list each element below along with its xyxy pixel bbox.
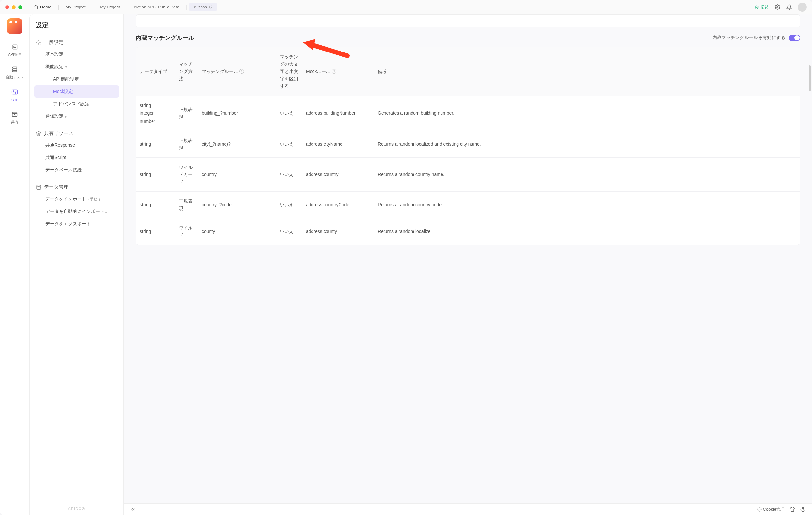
home-icon <box>33 5 38 9</box>
section-header-general[interactable]: 一般設定 <box>34 37 119 48</box>
titlebar: Home | My Project | My Project | Notion … <box>0 0 812 15</box>
table-row: string正規表現city(_?name)?いいえaddress.cityNa… <box>136 131 800 158</box>
section-title: 内蔵マッチングルール <box>136 34 194 42</box>
nav-import-data[interactable]: データをインポート (手動イ... <box>34 193 119 205</box>
cell-case-sensitive: いいえ <box>276 192 302 218</box>
nav-notification-settings[interactable]: 通知設定 ▸ <box>34 110 119 122</box>
cell-datatype: string <box>136 158 175 191</box>
nav-common-script[interactable]: 共通Script <box>34 151 119 164</box>
nav-auto-import-data[interactable]: データを自動的にインポート... <box>34 205 119 218</box>
section-header-data[interactable]: データ管理 <box>34 181 119 193</box>
nav-feature-settings[interactable]: 機能設定 ▾ <box>34 61 119 73</box>
close-tab-icon[interactable]: ✕ <box>194 5 197 9</box>
section-header-shared[interactable]: 共有リソース <box>34 128 119 139</box>
tab-home[interactable]: Home <box>29 3 56 11</box>
header-match-method: マッチング方法 <box>175 47 198 95</box>
svg-rect-5 <box>13 71 17 72</box>
table-header-row: データタイプ マッチング方法 マッチングルール? マッチングの大文字と小文字を区… <box>136 47 800 96</box>
collapse-sidebar-icon[interactable] <box>130 507 136 512</box>
nav-label: データをインポート <box>45 196 86 202</box>
cell-case-sensitive: いいえ <box>276 96 302 131</box>
close-window-button[interactable] <box>5 5 9 9</box>
settings-gear-button[interactable] <box>774 4 781 10</box>
rail-share[interactable]: 共有 <box>0 109 29 126</box>
section-label: 共有リソース <box>44 131 73 137</box>
nav-basic-settings[interactable]: 基本設定 <box>34 48 119 61</box>
cell-case-sensitive: いいえ <box>276 219 302 245</box>
user-plus-icon <box>755 5 759 9</box>
sidebar-section-shared: 共有リソース 共通Response 共通Script データベース接続 <box>34 128 119 176</box>
svg-rect-3 <box>13 67 17 68</box>
help-icon[interactable]: ? <box>332 69 336 74</box>
cell-match-method: 正規表現 <box>175 96 198 131</box>
rail-autotest[interactable]: 自動テスト <box>0 63 29 82</box>
rail-label: 共有 <box>11 120 18 124</box>
nav-label: 共通Script <box>45 155 66 161</box>
cell-datatype: string <box>136 219 175 245</box>
tab-label: Notion API - Public Beta <box>134 5 179 9</box>
section-label: データ管理 <box>44 184 68 190</box>
nav-label: アドバンスド設定 <box>53 101 90 107</box>
notifications-button[interactable] <box>786 4 792 10</box>
svg-point-0 <box>756 5 757 7</box>
nav-label: 共通Response <box>45 142 75 148</box>
svg-point-12 <box>37 185 41 187</box>
share-icon <box>11 111 19 118</box>
tab-project-1[interactable]: My Project <box>61 3 90 11</box>
nav-export-data[interactable]: データをエクスポート <box>34 218 119 230</box>
nav-label: データをエクスポート <box>45 221 91 227</box>
rail-settings[interactable]: 設定 <box>0 86 29 104</box>
cell-mock-rule: address.countryCode <box>302 192 374 218</box>
invite-button[interactable]: 招待 <box>755 4 769 10</box>
header-match-rule: マッチングルール? <box>198 47 276 95</box>
tab-ssss[interactable]: ✕ ssss <box>189 3 217 11</box>
window-controls <box>5 5 22 9</box>
tab-notion-api[interactable]: Notion API - Public Beta <box>129 3 184 11</box>
cell-datatype: string <box>136 131 175 158</box>
enable-rules-toggle-row: 内蔵マッチングルールを有効にする <box>712 34 800 41</box>
svg-marker-11 <box>36 131 41 134</box>
nav-label: 基本設定 <box>45 52 63 57</box>
help-circle-icon[interactable] <box>800 507 806 512</box>
nav-label: データベース接続 <box>45 167 82 173</box>
cell-match-method: ワイルド <box>175 219 198 245</box>
rail-api[interactable]: API管理 <box>0 41 29 59</box>
svg-point-1 <box>777 6 778 8</box>
bottom-bar: Cookie管理 <box>124 503 812 515</box>
header-case-sensitive: マッチングの大文字と小文字を区別する <box>276 47 302 95</box>
nav-api-feature-settings[interactable]: API機能設定 <box>34 73 119 85</box>
shirt-icon[interactable] <box>790 507 795 512</box>
svg-point-17 <box>759 510 760 510</box>
database-icon <box>36 185 41 190</box>
cell-match-method: 正規表現 <box>175 192 198 218</box>
header-mock-rule: Mockルール? <box>302 47 374 95</box>
tab-project-2[interactable]: My Project <box>95 3 124 11</box>
help-icon[interactable]: ? <box>239 69 244 74</box>
rules-section-header: 内蔵マッチングルール 内蔵マッチングルールを有効にする <box>124 34 812 42</box>
cell-match-rule: country <box>198 158 276 191</box>
cell-match-method: ワイルドカード <box>175 158 198 191</box>
cell-case-sensitive: いいえ <box>276 158 302 191</box>
cookie-management-link[interactable]: Cookie管理 <box>757 507 785 512</box>
main-content: 内蔵マッチングルール 内蔵マッチングルールを有効にする データタイプ <box>124 15 812 515</box>
minimize-window-button[interactable] <box>12 5 16 9</box>
table-row: stringワイルドcountyいいえaddress.countyReturns… <box>136 219 800 245</box>
nav-label: 機能設定 <box>45 64 63 70</box>
scrollbar[interactable] <box>809 65 811 91</box>
nav-database-connection[interactable]: データベース接続 <box>34 164 119 176</box>
maximize-window-button[interactable] <box>18 5 22 9</box>
nav-advanced-settings[interactable]: アドバンスド設定 <box>34 98 119 110</box>
nav-common-response[interactable]: 共通Response <box>34 139 119 151</box>
table-row: stringワイルドカードcountryいいえaddress.countryRe… <box>136 158 800 192</box>
cell-mock-rule: address.county <box>302 219 374 245</box>
rail-label: API管理 <box>8 52 21 57</box>
user-avatar[interactable] <box>798 3 807 12</box>
gear-icon <box>36 40 41 45</box>
app-logo[interactable] <box>7 18 23 34</box>
cell-remarks: Returns a random country name. <box>374 158 800 191</box>
enable-rules-toggle[interactable] <box>788 34 800 41</box>
nav-mock-settings[interactable]: Mock設定 <box>34 85 119 98</box>
chevron-right-icon: ▸ <box>65 115 67 118</box>
svg-rect-6 <box>12 90 18 94</box>
section-label: 一般設定 <box>44 39 63 46</box>
